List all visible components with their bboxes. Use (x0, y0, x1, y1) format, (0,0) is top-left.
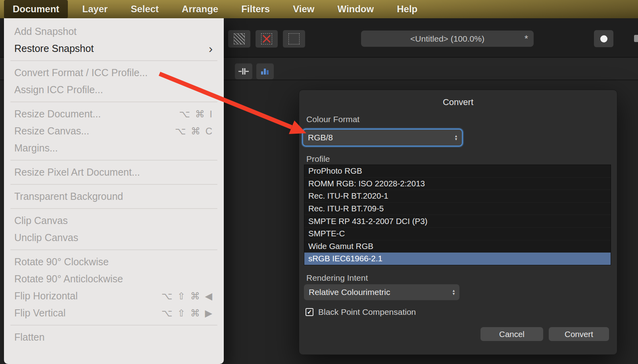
menu-item-flip-horizontal[interactable]: Flip Horizontal⌥ ⇧ ⌘ ◀ (4, 287, 224, 305)
menubar-label: View (293, 4, 314, 15)
split-view-icon (238, 67, 249, 75)
menu-item-label: Resize Document... (14, 108, 101, 120)
menu-item-convert-format[interactable]: Convert Format / ICC Profile... (4, 64, 224, 81)
chevron-updown-icon: ▲▼ (452, 289, 455, 295)
deselect-button[interactable] (256, 30, 278, 48)
menu-separator (10, 160, 217, 161)
document-menu: Add Snapshot Restore Snapshot› Convert F… (4, 18, 224, 364)
marching-ants-button[interactable] (283, 30, 305, 48)
red-cross-icon (261, 33, 272, 44)
menu-item-label: Restore Snapshot (14, 43, 94, 54)
menu-item-flatten[interactable]: Flatten (4, 329, 224, 346)
profile-option[interactable]: ProPhoto RGB (304, 165, 611, 178)
dialog-title: Convert (299, 90, 617, 107)
menu-item-resize-canvas[interactable]: Resize Canvas...⌥ ⌘ C (4, 123, 224, 140)
menubar: Document Layer Select Arrange Filters Vi… (0, 0, 638, 18)
menubar-item-select[interactable]: Select (122, 0, 167, 18)
menubar-item-document[interactable]: Document (4, 0, 68, 18)
menubar-label: Filters (241, 4, 270, 15)
cancel-button[interactable]: Cancel (480, 327, 543, 341)
menu-separator (10, 249, 217, 250)
selection-mode-buttons (228, 30, 305, 48)
menu-item-label: Margins... (14, 142, 58, 154)
menu-item-label: Unclip Canvas (14, 232, 78, 243)
menu-item-rotate-90-clockwise[interactable]: Rotate 90° Clockwise (4, 253, 224, 270)
menu-item-shortcut: ⌥ ⇧ ⌘ ▶ (161, 308, 213, 319)
menu-item-assign-icc-profile[interactable]: Assign ICC Profile... (4, 81, 224, 98)
menu-item-label: Flip Horizontal (14, 290, 78, 302)
rendering-intent-label: Rendering Intent (306, 273, 368, 283)
menubar-item-window[interactable]: Window (329, 0, 382, 18)
menu-item-label: Resize Canvas... (14, 125, 89, 137)
menu-item-label: Clip Canvas (14, 215, 68, 226)
hatched-selection-button[interactable] (228, 30, 250, 48)
menubar-label: Select (131, 4, 159, 15)
menu-item-label: Add Snapshot (14, 26, 77, 37)
menu-separator (10, 325, 217, 326)
menubar-item-help[interactable]: Help (388, 0, 426, 18)
profile-option[interactable]: SMPTE RP 431-2-2007 DCI (P3) (304, 215, 611, 228)
menu-item-label: Rotate 90° Anticlockwise (14, 273, 123, 285)
menu-item-restore-snapshot[interactable]: Restore Snapshot› (4, 40, 224, 57)
menubar-item-filters[interactable]: Filters (233, 0, 279, 18)
rendering-intent-value: Relative Colourimetric (309, 287, 390, 297)
menu-item-add-snapshot[interactable]: Add Snapshot (4, 23, 224, 40)
colour-format-value: RGB/8 (308, 133, 333, 142)
colour-format-select[interactable]: RGB/8 ▲▼ (303, 130, 462, 146)
record-button[interactable] (594, 30, 613, 47)
menu-item-label: Rotate 90° Clockwise (14, 256, 109, 268)
submenu-arrow-icon: › (209, 43, 213, 55)
menubar-label: Window (337, 4, 374, 15)
context-toolbar-buttons (235, 63, 274, 79)
rendering-intent-select[interactable]: Relative Colourimetric ▲▼ (304, 284, 459, 300)
menu-item-shortcut: ⌥ ⌘ C (175, 126, 213, 137)
menu-separator (10, 60, 217, 61)
document-title-button[interactable]: <Untitled> (100.0%) * (361, 31, 534, 47)
profile-option-selected[interactable]: sRGB IEC61966-2.1 (304, 253, 611, 265)
convert-button[interactable]: Convert (549, 327, 609, 341)
profile-label: Profile (306, 154, 330, 164)
menubar-label: Layer (82, 4, 108, 15)
colour-format-label: Colour Format (306, 115, 359, 124)
convert-dialog: Convert Colour Format RGB/8 ▲▼ Profile P… (299, 90, 617, 355)
histogram-icon (260, 67, 270, 75)
menu-item-unclip-canvas[interactable]: Unclip Canvas (4, 229, 224, 246)
menu-item-label: Convert Format / ICC Profile... (14, 67, 148, 79)
menubar-item-layer[interactable]: Layer (73, 0, 116, 18)
menu-item-shortcut: ⌥ ⇧ ⌘ ◀ (161, 291, 213, 302)
histogram-button[interactable] (256, 63, 274, 79)
black-point-compensation-checkbox[interactable]: ✓ (306, 308, 313, 316)
menu-item-transparent-background[interactable]: Transparent Background (4, 188, 224, 205)
black-point-compensation-label: Black Point Compensation (318, 307, 416, 317)
menu-item-resize-pixel-art[interactable]: Resize Pixel Art Document... (4, 164, 224, 181)
chevron-updown-icon: ▲▼ (454, 134, 458, 141)
menu-item-label: Assign ICC Profile... (14, 84, 103, 96)
modified-indicator: * (525, 33, 528, 44)
record-dot-icon (600, 35, 607, 42)
split-view-button[interactable] (235, 63, 252, 79)
black-point-compensation-row: ✓ Black Point Compensation (306, 307, 416, 317)
menu-separator (10, 184, 217, 185)
menu-item-margins[interactable]: Margins... (4, 140, 224, 157)
profile-option[interactable]: Rec. ITU-R BT.709-5 (304, 203, 611, 215)
profile-option[interactable]: ROMM RGB: ISO 22028-2:2013 (304, 178, 611, 190)
profile-list: ProPhoto RGB ROMM RGB: ISO 22028-2:2013 … (304, 165, 611, 265)
menu-item-shortcut: ⌥ ⌘ I (179, 109, 213, 120)
menubar-label: Arrange (182, 4, 218, 15)
profile-option[interactable]: Wide Gamut RGB (304, 240, 611, 253)
menu-item-flip-vertical[interactable]: Flip Vertical⌥ ⇧ ⌘ ▶ (4, 305, 224, 322)
hatched-square-icon (234, 33, 245, 44)
partial-control (634, 35, 638, 42)
menu-item-label: Flatten (14, 331, 44, 343)
menubar-item-view[interactable]: View (284, 0, 323, 18)
checkmark-icon: ✓ (307, 308, 312, 316)
menu-item-clip-canvas[interactable]: Clip Canvas (4, 212, 224, 229)
menu-separator (10, 102, 217, 102)
profile-option[interactable]: Rec. ITU-R BT.2020-1 (304, 190, 611, 203)
menu-item-label: Resize Pixel Art Document... (14, 167, 140, 178)
document-title: <Untitled> (100.0%) (410, 34, 484, 44)
menu-item-resize-document[interactable]: Resize Document...⌥ ⌘ I (4, 105, 224, 123)
menu-item-rotate-90-anticlockwise[interactable]: Rotate 90° Anticlockwise (4, 270, 224, 287)
menubar-item-arrange[interactable]: Arrange (173, 0, 227, 18)
profile-option[interactable]: SMPTE-C (304, 228, 611, 240)
